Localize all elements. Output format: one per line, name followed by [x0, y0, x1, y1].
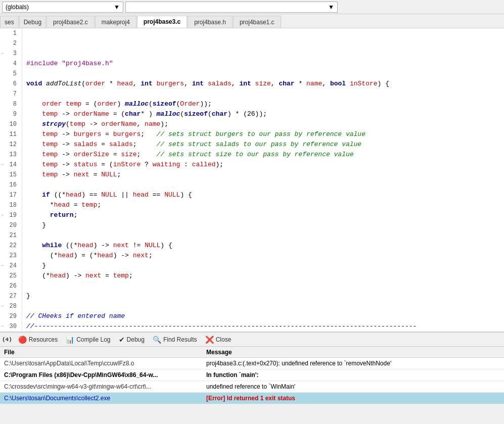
tab-makeproj4[interactable]: makeproj4	[95, 16, 136, 28]
code-line-4	[26, 89, 504, 99]
resources-icon: 🔴	[18, 336, 27, 344]
fold-icon-19[interactable]: −	[0, 210, 5, 220]
error-row-1-file: C:\Users\tosan\AppData\Local\Temp\ccuwlF…	[0, 359, 202, 368]
line-number-30: −30	[0, 321, 19, 332]
line-number-20: 20	[0, 220, 19, 230]
debug-icon: ✔	[119, 336, 125, 344]
tab-proj4base1[interactable]: proj4base1.c	[233, 16, 281, 28]
line-number-2: 2	[0, 38, 19, 49]
code-line-16: return;	[26, 210, 504, 220]
code-line-10: temp -> orderSize = size; // sets struct…	[26, 150, 504, 160]
code-line-23	[26, 281, 504, 291]
line-num-text-6: 6	[7, 79, 17, 89]
line-num-text-18: 18	[7, 200, 17, 210]
line-num-text-9: 9	[7, 109, 17, 119]
line-number-4: 4	[0, 59, 19, 69]
tab-ses[interactable]: ses	[0, 16, 19, 28]
line-number-23: 23	[0, 251, 19, 261]
line-num-text-27: 27	[7, 291, 17, 301]
code-line-22: (*head) -> next = temp;	[26, 271, 504, 281]
line-num-text-28: 28	[7, 301, 17, 311]
code-container[interactable]: 12−345678910111213−1415161718−1920212223…	[0, 28, 504, 332]
line-num-text-14: 14	[7, 160, 17, 170]
error-row-1[interactable]: C:\Users\tosan\AppData\Local\Temp\ccuwlF…	[0, 358, 504, 369]
close-bottom-icon: ❌	[205, 336, 214, 344]
line-number-11: 11	[0, 129, 19, 139]
code-line-5: order temp = (order) malloc(sizeof(Order…	[26, 99, 504, 109]
tab-close-bottom[interactable]: ❌ Close	[203, 335, 234, 345]
error-row-2[interactable]: C:\Program Files (x86)\Dev-Cpp\MinGW64\x…	[0, 369, 504, 381]
right-dropdown-arrow: ▼	[328, 4, 334, 11]
line-num-text-3: 3	[7, 49, 17, 59]
code-line-1: #include "proj4base.h"	[26, 59, 504, 69]
line-number-21: 21	[0, 230, 19, 241]
globals-dropdown[interactable]: (globals) ▼	[2, 2, 123, 13]
code-line-21: }	[26, 261, 504, 271]
fold-icon-24[interactable]: −	[0, 261, 5, 271]
error-row-3-msg: undefined reference to `WinMain'	[202, 382, 504, 391]
tab-debug-bottom-label: Debug	[127, 336, 145, 343]
globals-dropdown-arrow: ▼	[114, 4, 120, 11]
tab-proj4base-h[interactable]: proj4base.h	[188, 16, 233, 28]
line-num-text-26: 26	[7, 281, 17, 291]
line-num-text-15: 15	[7, 170, 17, 180]
line-number-6: 6	[0, 79, 19, 89]
line-numbers: 12−345678910111213−1415161718−1920212223…	[0, 28, 22, 332]
line-number-17: 17	[0, 190, 19, 200]
right-dropdown[interactable]: ▼	[125, 2, 338, 13]
line-num-text-20: 20	[7, 220, 17, 230]
fold-icon-28[interactable]: −	[0, 301, 5, 311]
tab-proj4base2[interactable]: proj4base2.c	[47, 16, 95, 28]
top-bar: (globals) ▼ ▼	[0, 0, 504, 14]
bottom-tabs: (4) 🔴 Resources 📊 Compile Log ✔ Debug 🔍 …	[0, 333, 504, 347]
code-line-8: temp -> burgers = burgers; // sets struc…	[26, 129, 504, 139]
line-number-22: 22	[0, 241, 19, 251]
error-table: File Message C:\Users\tosan\AppData\Loca…	[0, 347, 504, 404]
line-num-text-17: 17	[7, 190, 17, 200]
code-line-25	[26, 301, 504, 311]
line-number-9: 9	[0, 109, 19, 119]
line-num-text-25: 25	[7, 271, 17, 281]
line-number-28: −28	[0, 301, 19, 311]
error-row-3[interactable]: C:\crossdev\src\mingw-w64-v3-git\mingw-w…	[0, 381, 504, 393]
tab-compile-log-label: Compile Log	[76, 336, 110, 343]
find-results-icon: 🔍	[153, 336, 161, 344]
line-num-text-23: 23	[7, 251, 17, 261]
code-line-20: (*head) = (*head) -> next;	[26, 251, 504, 261]
line-number-8: 8	[0, 99, 19, 109]
globals-dropdown-label: (globals)	[6, 4, 29, 11]
line-number-25: 25	[0, 271, 19, 281]
tab-find-results[interactable]: 🔍 Find Results	[151, 335, 199, 345]
col-file-header: File	[0, 349, 202, 356]
line-number-13: 13	[0, 150, 19, 160]
code-line-18	[26, 230, 504, 241]
line-number-29: 29	[0, 311, 19, 321]
line-num-text-19: 19	[7, 210, 17, 220]
error-badge: (4)	[2, 337, 12, 343]
line-num-text-8: 8	[7, 99, 17, 109]
line-num-text-16: 16	[7, 180, 17, 190]
line-number-1: 1	[0, 28, 19, 38]
code-line-26: // CHeeks if entered name	[26, 311, 504, 321]
fold-icon-30[interactable]: −	[0, 321, 5, 332]
code-line-13	[26, 180, 504, 190]
line-number-27: 27	[0, 291, 19, 301]
tab-compile-log[interactable]: 📊 Compile Log	[64, 335, 112, 345]
fold-icon-3[interactable]: −	[0, 49, 5, 59]
tab-debug-bottom[interactable]: ✔ Debug	[117, 335, 147, 345]
line-number-12: 12	[0, 139, 19, 150]
line-num-text-21: 21	[7, 230, 17, 241]
fold-icon-14[interactable]: −	[0, 160, 5, 170]
code-line-7: strcpy(temp -> orderName, name);	[26, 119, 504, 129]
tab-debug[interactable]: Debug	[19, 16, 46, 28]
line-number-19: −19	[0, 210, 19, 220]
code-line-9: temp -> salads = salads; // sets struct …	[26, 139, 504, 150]
error-row-4[interactable]: C:\Users\tosan\Documents\collect2.exe [E…	[0, 393, 504, 404]
code-content[interactable]: #include "proj4base.h"void addToList(ord…	[22, 28, 504, 332]
tab-resources[interactable]: 🔴 Resources	[16, 335, 60, 345]
code-line-15: *head = temp;	[26, 200, 504, 210]
code-line-14: if ((*head) == NULL || head == NULL) {	[26, 190, 504, 200]
line-number-10: 10	[0, 119, 19, 129]
tab-proj4base3[interactable]: proj4base3.c	[137, 16, 187, 28]
error-row-4-msg: [Error] ld returned 1 exit status	[202, 394, 504, 403]
